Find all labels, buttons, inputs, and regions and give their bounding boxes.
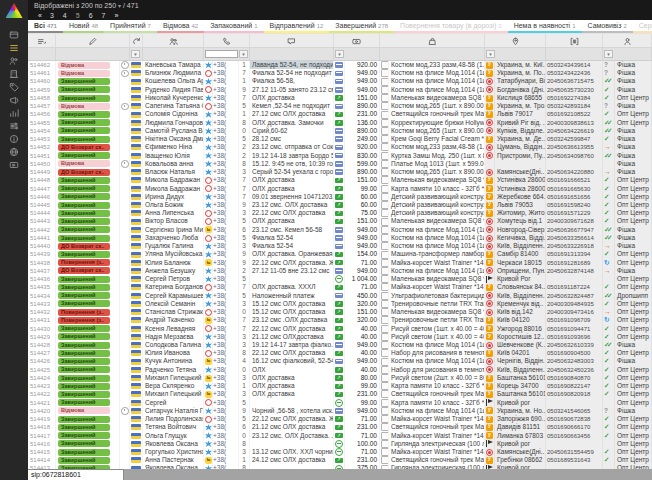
order-row[interactable]: 514430ЗавершенийКсенія Левадняя+38(722.1… xyxy=(28,325,652,333)
order-row[interactable]: 514443ЗавершенийВіктор Власов+38(5ОЛХ до… xyxy=(28,217,652,225)
tab-завершений[interactable]: Завершений278 xyxy=(329,20,394,33)
column-header-status[interactable] xyxy=(56,34,130,47)
tab-прийнятий[interactable]: Прийнятий7 xyxy=(104,20,157,33)
sidebar-item-company[interactable] xyxy=(4,67,24,80)
tab-сервіси[interactable]: Сервіси0 xyxy=(633,20,652,33)
tab-повернення-товару-в-дорозі-[interactable]: Повернення товару (в дорозі)0 xyxy=(394,20,508,33)
page-button-4[interactable]: 4 xyxy=(63,12,67,19)
order-row[interactable]: 514426ЗавершенийКучук Антонинаlc+38(416.… xyxy=(28,357,652,365)
order-row[interactable]: 514442ЗавершенийСергієнко Ірина Ми..lc+3… xyxy=(28,226,652,234)
order-row[interactable]: 514439ЗавершенийУляна Мусійовська+38(9ОЛ… xyxy=(28,250,652,258)
order-row[interactable]: 514457ВідмоваСапегина Татьяна С..+38(5Ке… xyxy=(28,102,652,110)
page-size-caret-icon[interactable]: ▾ xyxy=(118,3,121,9)
order-row[interactable]: 514415ЗавершенийГоргулько Христина..+38(… xyxy=(28,448,652,456)
ukrposhta-icon: У xyxy=(486,416,493,423)
column-header-ttn[interactable] xyxy=(546,34,603,47)
order-row[interactable]: 514436ЗавершенийСергей Петров+38(51 004.… xyxy=(28,275,652,283)
column-header-source[interactable] xyxy=(130,34,143,47)
tab-новий[interactable]: Новий48 xyxy=(63,20,104,33)
order-row[interactable]: 514418ЗавершенийТетяна Войтович+38(621.1… xyxy=(28,423,652,431)
order-row[interactable]: 514451ЗавершенийІващенко Юлія+38(219.12 … xyxy=(28,152,652,160)
order-row[interactable]: 514445ЗавершенийОльга Божик+38(923.12 см… xyxy=(28,201,652,209)
sidebar-item-dashboard[interactable] xyxy=(4,28,24,41)
page-button-5[interactable]: 5 xyxy=(76,12,80,19)
order-row[interactable]: 514449ДО Возврат ск..Власюк Наталья+38(3… xyxy=(28,168,652,176)
sidebar-item-browser[interactable] xyxy=(4,145,24,158)
sidebar-item-products[interactable] xyxy=(4,80,24,93)
column-header-comment[interactable] xyxy=(250,34,334,47)
order-row[interactable]: 514424ЗавершенийМихаил Гилецькийlc+38(3О… xyxy=(28,374,652,382)
order-row[interactable]: 514423ЗавершенийВера Скляренко+38(1ОЛХ д… xyxy=(28,382,652,390)
order-row[interactable]: 514455ЗавершенийЛюдмила Гончарова+38(8ОЛ… xyxy=(28,119,652,127)
order-row[interactable]: 514446ЗавершенийИрина Дидух+38(709.01 зв… xyxy=(28,193,652,201)
product-icon-cell xyxy=(380,193,389,201)
order-row[interactable]: 514460ЗавершенийКошелева Ольга Ар..+38(1… xyxy=(28,77,652,85)
column-header-product[interactable] xyxy=(380,34,485,47)
order-row[interactable]: 514435ЗавершенийКатерина Богданова+38(7О… xyxy=(28,283,652,291)
sidebar-item-campaigns[interactable] xyxy=(4,93,24,106)
ttn-number: 20400309484935 xyxy=(546,300,603,308)
tab-відмова[interactable]: Відмова42 xyxy=(157,20,204,33)
page-button-7[interactable]: 7 xyxy=(102,12,106,19)
order-row[interactable]: 514447ЗавершенийМикола Бадражан+38(7ОЛХ … xyxy=(28,185,652,193)
order-row[interactable]: 514441ЗавершенийЗахарченко Люба+38(5Фиал… xyxy=(28,234,652,242)
filter-dropdown-address[interactable]: ▼ xyxy=(486,50,495,58)
column-header-manager[interactable] xyxy=(603,34,652,47)
order-row[interactable]: 514421ЗавершенийСергей+38(599.00Карта па… xyxy=(28,399,652,407)
app-logo-icon[interactable] xyxy=(6,3,23,18)
order-row[interactable]: 514444ЗавершенийАнна Липенська+38(322.12… xyxy=(28,209,652,217)
order-row[interactable]: 514450ВідмоваКовальова анна+38(815.12. 9… xyxy=(28,160,652,168)
sidebar-item-video[interactable] xyxy=(4,158,24,171)
order-row[interactable]: 514462ВідмоваКаневська Тамара ..+38(1Лав… xyxy=(28,61,652,69)
order-row[interactable]: 514416ЗавершенийЯковлева Оксана+38(8100.… xyxy=(28,440,652,448)
payment-type: ↗ xyxy=(334,382,345,390)
last-page-button[interactable]: » xyxy=(114,12,117,19)
order-row[interactable]: 514452ДО Возврат ск..Єфименко Ніна+38(22… xyxy=(28,143,652,151)
page-button-6[interactable]: 6 xyxy=(89,12,93,19)
order-row[interactable]: 514458ЗавершенийНиколай Кучеренко+38(7ОЛ… xyxy=(28,94,652,102)
sidebar-item-stats[interactable] xyxy=(4,106,24,119)
filter-dropdown-phone[interactable]: ▼ xyxy=(239,50,248,58)
order-row[interactable]: 514427ЗавершенийЮлия Иванова+38(822.12 с… xyxy=(28,349,652,357)
order-row[interactable]: 514438Повернення (з..Юлия Баланюкlc+38(9… xyxy=(28,259,652,267)
phone-filter-input[interactable] xyxy=(205,50,238,58)
order-row[interactable]: 514428ЗавершенийСолодкова Галина В..+38(… xyxy=(28,341,652,349)
column-header-sum[interactable] xyxy=(334,34,380,47)
first-page-button[interactable]: « xyxy=(38,12,41,19)
order-row[interactable]: 514414ЗавершенийАнна Пастернакlc+38(124.… xyxy=(28,456,652,464)
page-button-3[interactable]: 3 xyxy=(50,12,54,19)
order-row[interactable]: 514432Повернення (з..Станіслав Стрижак+3… xyxy=(28,308,652,316)
order-row[interactable]: 514434ЗавершенийСергей Карамышев+38(5Нал… xyxy=(28,292,652,300)
filter-dropdown-manager[interactable]: ▼ xyxy=(604,50,613,58)
order-row[interactable]: 514456ЗавершенийСоломія Сідоніна+38(127.… xyxy=(28,110,652,118)
product-name: Костюм мод,265 (1шт. х 890.00 .. xyxy=(389,168,485,176)
filter-dropdown-source[interactable]: ▼ xyxy=(131,50,140,58)
order-row[interactable]: 514431Повернення (з..Андрій Ткаченкоlc+3… xyxy=(28,316,652,324)
filter-dropdown-sum[interactable]: ▼ xyxy=(335,50,344,58)
order-row[interactable]: 514454ЗавершенийСамотій Руслана Во..+38(… xyxy=(28,127,652,135)
order-row[interactable]: 514422ЗавершенийМихаил Гилецькийlc+38(3О… xyxy=(28,390,652,398)
sidebar-item-clients[interactable] xyxy=(4,54,24,67)
order-row[interactable]: 514417ЗавершенийОльга Глущук+38(023.12 с… xyxy=(28,432,652,440)
order-row[interactable]: 514433ЗавершенийОлексій Семанін+38(315.1… xyxy=(28,300,652,308)
order-row[interactable]: 514448ЗавершенийМикола Бадражан+38(7ОЛХ … xyxy=(28,176,652,184)
order-row[interactable]: 514429ЗавершенийНадія Мерзаєва+38(321.12… xyxy=(28,333,652,341)
sidebar-item-info[interactable] xyxy=(4,132,24,145)
tab-запакований[interactable]: Запакований1 xyxy=(204,20,263,33)
tab-відправлений[interactable]: Відправлений12 xyxy=(264,20,330,33)
order-row[interactable]: 514461ВідмоваБлизнюк Людмила ..+38(7Фиал… xyxy=(28,69,652,77)
order-row[interactable]: 514459ЗавершенийРуденко Лидия Пав..+38(9… xyxy=(28,86,652,94)
column-header-client[interactable] xyxy=(143,34,204,47)
order-row[interactable]: 514440ДО Возврат ск..Гуцалюк Галина+38(3… xyxy=(28,242,652,250)
column-header-address[interactable] xyxy=(485,34,546,47)
order-row[interactable]: 514420ВідмоваСитарчук Наталія Гр..+38(9Ч… xyxy=(28,407,652,415)
order-row[interactable]: 514425ЗавершенийРадченко Тетяна+38(0ОЛХ↗… xyxy=(28,366,652,374)
order-row[interactable]: 514437ДО Возврат ск..Анжела Безушку+38(2… xyxy=(28,267,652,275)
column-header-id[interactable] xyxy=(28,34,56,47)
sidebar-item-orders[interactable] xyxy=(4,41,24,54)
order-row[interactable]: 514419ЗавершенийЛилия Подолинская+38(522… xyxy=(28,415,652,423)
order-row[interactable]: 514453ЗавершенийНікітіна Оксана Дми..+38… xyxy=(28,135,652,143)
sidebar-item-settings[interactable] xyxy=(4,119,24,132)
column-header-phone[interactable] xyxy=(204,34,250,47)
product-name: Маленькая видеокамера SQ8 *.. xyxy=(389,176,485,184)
